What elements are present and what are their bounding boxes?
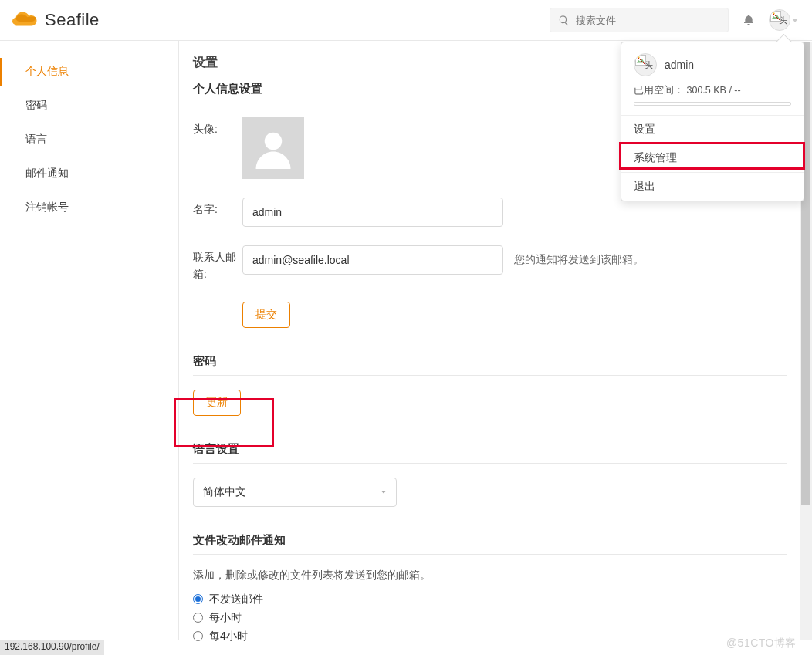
language-select[interactable]: 简体中文 (193, 478, 397, 507)
dropdown-storage: 已用空间： 300.5 KB / -- (621, 84, 804, 115)
dropdown-item-sysadmin[interactable]: 系统管理 (621, 143, 804, 172)
notify-description: 添加，删除或修改的文件列表将发送到您的邮箱。 (193, 569, 787, 582)
brand-logo[interactable]: Seafile (12, 9, 100, 31)
search-box[interactable] (550, 8, 729, 32)
chevron-down-icon (370, 478, 396, 506)
section-password: 密码 更新 (193, 354, 787, 416)
label-avatar: 头像: (193, 117, 242, 137)
app-header: Seafile 头 (0, 0, 812, 41)
user-menu-button[interactable]: 头 (769, 9, 798, 31)
radio-icon (193, 594, 203, 604)
sidebar-item-password[interactable]: 密码 (0, 92, 178, 120)
radio-option-none[interactable]: 不发送邮件 (193, 590, 787, 609)
search-input[interactable] (570, 15, 720, 26)
dropdown-menu-list: 设置 系统管理 退出 (621, 115, 804, 201)
sidebar-item-language[interactable]: 语言 (0, 126, 178, 154)
language-selected-value: 简体中文 (194, 485, 370, 499)
chevron-down-icon (792, 19, 798, 22)
section-title-email-notify: 文件改动邮件通知 (193, 533, 787, 555)
contact-email-input[interactable] (242, 245, 503, 275)
seafile-icon (12, 9, 40, 31)
notifications-icon[interactable] (743, 13, 755, 27)
svg-point-6 (265, 133, 283, 150)
section-title-language: 语言设置 (193, 442, 787, 464)
dropdown-username: admin (665, 59, 694, 71)
label-name: 名字: (193, 198, 242, 218)
dropdown-avatar: 头 (634, 53, 657, 76)
watermark-text: @51CTO博客 (726, 636, 797, 650)
search-icon (558, 15, 570, 26)
label-contact-email: 联系人邮箱: (193, 245, 242, 283)
section-email-notify: 文件改动邮件通知 添加，删除或修改的文件列表将发送到您的邮箱。 不发送邮件 每小… (193, 533, 787, 646)
radio-option-hourly[interactable]: 每小时 (193, 609, 787, 627)
dropdown-user-row: 头 admin (621, 42, 804, 84)
avatar-placeholder[interactable] (242, 117, 304, 179)
storage-progress-bar (634, 102, 791, 106)
avatar: 头 (769, 9, 790, 31)
password-update-button[interactable]: 更新 (193, 390, 241, 416)
sidebar-item-profile[interactable]: 个人信息 (0, 58, 178, 86)
settings-sidebar: 个人信息 密码 语言 邮件通知 注销帐号 (0, 41, 179, 640)
dropdown-item-logout[interactable]: 退出 (621, 172, 804, 201)
person-icon (252, 127, 294, 169)
radio-icon (193, 613, 203, 623)
name-input[interactable] (242, 198, 503, 227)
dropdown-item-settings[interactable]: 设置 (621, 115, 804, 143)
broken-image-icon (770, 11, 781, 22)
sidebar-item-delete-account[interactable]: 注销帐号 (0, 194, 178, 221)
sidebar-item-email-notify[interactable]: 邮件通知 (0, 160, 178, 187)
broken-image-icon (635, 55, 646, 66)
radio-icon (193, 631, 203, 641)
submit-button[interactable]: 提交 (242, 302, 290, 328)
section-title-password: 密码 (193, 354, 787, 376)
browser-status-bar: 192.168.100.90/profile/ (0, 640, 104, 655)
email-hint: 您的通知将发送到该邮箱。 (514, 253, 644, 267)
brand-name: Seafile (45, 10, 100, 30)
radio-option-4hourly[interactable]: 每4小时 (193, 627, 787, 646)
user-dropdown: 头 admin 已用空间： 300.5 KB / -- 设置 系统管理 退出 (621, 42, 804, 201)
section-language: 语言设置 简体中文 (193, 442, 787, 507)
